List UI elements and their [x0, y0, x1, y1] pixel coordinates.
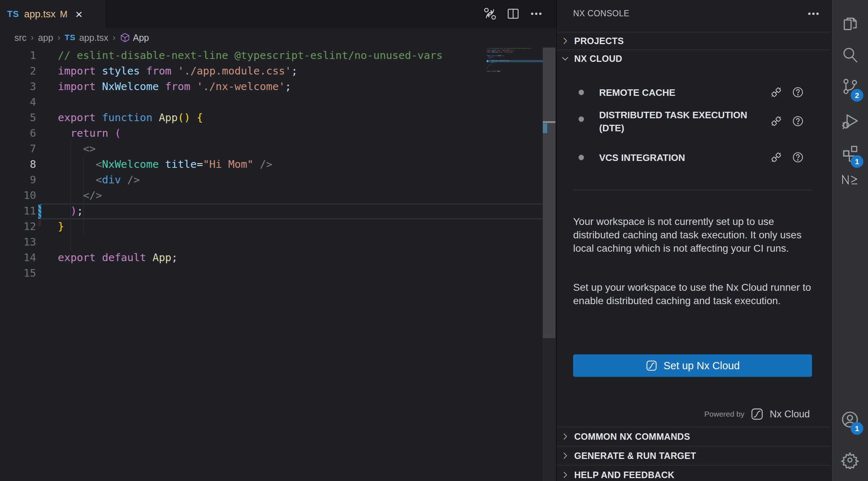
activity-search[interactable]	[832, 38, 868, 72]
symbol-cube-icon	[120, 33, 130, 43]
panel-title: NX CONSOLE	[573, 9, 629, 18]
breadcrumb-label: app	[38, 33, 53, 43]
code-line-8[interactable]: <NxWelcome title="Hi Mom" />	[58, 157, 272, 172]
section-label: PROJECTS	[574, 36, 624, 46]
minimap-line	[487, 72, 543, 74]
tab-app-tsx[interactable]: TS app.tsx M ×	[0, 0, 106, 28]
connect-icon[interactable]	[770, 115, 782, 127]
code-editor[interactable]: 1// eslint-disable-next-line @typescript…	[0, 47, 556, 481]
section-nx-cloud[interactable]: NX CLOUD	[557, 50, 831, 67]
section-label: HELP AND FEEDBACK	[574, 470, 674, 480]
activity-nx-console[interactable]	[832, 162, 868, 197]
status-dot	[579, 90, 584, 95]
powered-by-row: Powered by Nx Cloud	[704, 407, 810, 421]
line-number: 5	[0, 110, 36, 125]
help-icon[interactable]	[792, 151, 804, 163]
line-number: 4	[0, 94, 36, 110]
setup-nx-cloud-button[interactable]: Set up Nx Cloud	[573, 354, 812, 377]
help-icon[interactable]	[792, 115, 804, 127]
tab-filename: app.tsx	[24, 9, 56, 20]
connect-icon[interactable]	[770, 86, 782, 98]
cloud-item-label: VCS INTEGRATION	[599, 151, 758, 164]
code-line-11[interactable]: );	[58, 203, 83, 219]
code-line-10[interactable]: </>	[58, 188, 102, 203]
section-help-and-feedback[interactable]: HELP AND FEEDBACK	[557, 465, 831, 481]
activity-settings[interactable]	[832, 443, 868, 477]
cloud-description-1: Your workspace is not currently set up t…	[573, 215, 814, 255]
status-dot	[579, 155, 584, 160]
cloud-item-remote-cache: REMOTE CACHE	[557, 82, 831, 103]
nx-console-panel: NX CONSOLE PROJECTS NX CLOUD REMOTE CACH…	[557, 0, 831, 481]
line-number: 11	[0, 203, 36, 219]
code-line-7[interactable]: <>	[58, 141, 96, 157]
typescript-file-icon: TS	[7, 9, 19, 19]
cloud-description-2: Set up your workspace to use the Nx Clou…	[573, 281, 814, 307]
line-number: 13	[0, 234, 36, 250]
gutter-modified-marker	[38, 204, 41, 219]
breadcrumb-separator: ›	[113, 33, 116, 43]
tab-modified-badge: M	[60, 9, 68, 20]
chevron-right-icon	[560, 432, 570, 441]
section-label: NX CLOUD	[574, 54, 622, 64]
breadcrumb-separator: ›	[31, 33, 34, 43]
line-number: 6	[0, 125, 36, 141]
split-editor-icon[interactable]	[506, 7, 520, 21]
badge: 1	[851, 422, 863, 435]
line-number: 9	[0, 172, 36, 188]
more-actions-icon[interactable]	[529, 7, 543, 21]
cloud-item-vcs-integration: VCS INTEGRATION	[557, 148, 831, 168]
activity-run-debug[interactable]	[832, 104, 868, 139]
code-line-1[interactable]: // eslint-disable-next-line @typescript-…	[58, 48, 443, 63]
connect-icon[interactable]	[770, 151, 782, 163]
open-changes-icon[interactable]	[483, 7, 497, 21]
breadcrumb-item-app[interactable]: app	[38, 33, 53, 43]
code-line-5[interactable]: export function App() {	[58, 110, 203, 125]
line-number: 12	[0, 219, 36, 234]
cloud-item-distributed-task-execution-dte-: DISTRIBUTED TASK EXECUTION (DTE)	[557, 107, 831, 143]
nx-cloud-logo-icon	[750, 407, 764, 421]
section-projects[interactable]: PROJECTS	[557, 32, 831, 50]
line-number: 8	[0, 157, 36, 172]
gutter-deleted-marker	[38, 220, 41, 226]
minimap[interactable]: // eslint-disable-next-line @typescript-…	[487, 48, 543, 88]
chevron-down-icon	[560, 54, 570, 63]
breadcrumb-label: app.tsx	[79, 33, 108, 43]
code-line-12[interactable]: }	[58, 219, 64, 234]
breadcrumb: src›app›TSapp.tsx›App	[0, 28, 556, 47]
breadcrumb-separator: ›	[57, 33, 60, 43]
current-line-border-bottom	[40, 218, 543, 219]
breadcrumb-item-app-tsx[interactable]: TSapp.tsx	[65, 33, 108, 43]
section-common-nx-commands[interactable]: COMMON NX COMMANDS	[557, 427, 831, 446]
activity-accounts[interactable]: 1	[832, 402, 868, 437]
close-icon[interactable]: ×	[76, 8, 83, 20]
overview-ruler-modified-marker	[543, 123, 547, 133]
section-generate-run-target[interactable]: GENERATE & RUN TARGET	[557, 446, 831, 465]
nx-cloud-logo-icon	[645, 359, 658, 372]
setup-button-label: Set up Nx Cloud	[663, 360, 740, 372]
breadcrumb-item-src[interactable]: src	[14, 33, 26, 43]
help-icon[interactable]	[792, 86, 804, 98]
code-line-6[interactable]: return (	[58, 125, 121, 141]
powered-by-label: Powered by	[704, 410, 744, 418]
breadcrumb-label: src	[14, 33, 26, 43]
code-line-14[interactable]: export default App;	[58, 250, 178, 265]
breadcrumb-item-app[interactable]: App	[120, 33, 149, 43]
more-actions-icon[interactable]	[806, 7, 821, 21]
code-line-9[interactable]: <div />	[58, 172, 140, 188]
line-number: 2	[0, 63, 36, 79]
line-number: 10	[0, 188, 36, 203]
scrollbar-slider[interactable]	[543, 48, 555, 338]
cloud-item-label: REMOTE CACHE	[599, 86, 758, 99]
activity-source-control[interactable]: 2	[832, 69, 868, 104]
divider	[573, 190, 812, 190]
line-number: 15	[0, 265, 36, 281]
badge: 2	[851, 89, 863, 102]
activity-explorer[interactable]	[832, 7, 868, 41]
code-line-2[interactable]: import styles from './app.module.css';	[58, 63, 298, 79]
chevron-right-icon	[560, 470, 570, 480]
line-number: 1	[0, 48, 36, 63]
code-line-3[interactable]: import NxWelcome from './nx-welcome';	[58, 79, 291, 94]
section-label: COMMON NX COMMANDS	[574, 431, 690, 442]
editor-region: TS app.tsx M × src›app›TSapp.tsx›App 1//…	[0, 0, 556, 481]
section-label: GENERATE & RUN TARGET	[574, 451, 696, 461]
